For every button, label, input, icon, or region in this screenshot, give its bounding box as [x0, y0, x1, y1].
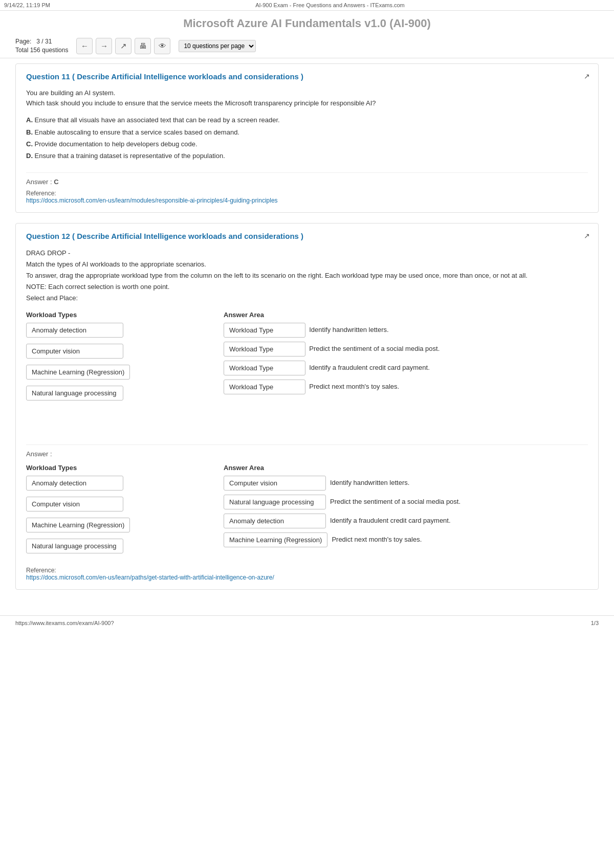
answer-area-filled-col: Answer Area Computer vision Identify han… [224, 464, 588, 557]
drag-drop-intro: DRAG DROP - Match the types of AI worklo… [26, 248, 588, 304]
answer-scenario-4: Predict next month's toy sales. [332, 532, 588, 546]
footer-page: 1/3 [591, 620, 599, 626]
answer-scenario-1: Identify handwritten letters. [330, 476, 588, 489]
top-bar-center: AI-900 Exam - Free Questions and Answers… [255, 2, 405, 8]
answer-type-1[interactable]: Workload Type [224, 323, 305, 338]
answer-filled-3: Anomaly detection [224, 514, 326, 528]
answer-row-1: Workload Type Identify handwritten lette… [224, 323, 588, 338]
footer-url[interactable]: https://www.itexams.com/exam/AI-900? [15, 620, 114, 626]
dd-line-5: Select and Place: [26, 293, 588, 304]
answer-row-4: Workload Type Predict next month's toy s… [224, 380, 588, 394]
workload-types-col: Workload Types Anomaly detection Compute… [26, 311, 208, 404]
next-button[interactable]: → [96, 38, 112, 54]
view-button[interactable]: 👁 [154, 38, 170, 54]
question-11-card: Question 11 ( Describe Artificial Intell… [15, 63, 599, 213]
dd-line-1: DRAG DROP - [26, 248, 588, 259]
answer-area-filled-header: Answer Area [224, 464, 588, 472]
site-title: Microsoft Azure AI Fundamentals v1.0 (AI… [0, 11, 614, 34]
question-11-title-text: Question 11 ( Describe Artificial Intell… [26, 72, 303, 81]
answer-type-4[interactable]: Workload Type [224, 380, 305, 394]
reference-11: Reference: https://docs.microsoft.com/en… [26, 190, 588, 204]
total-questions: Total 156 questions [15, 46, 68, 55]
question-11-options: A. Ensure that all visuals have an assoc… [26, 114, 588, 162]
wt-computer-vision[interactable]: Computer vision [26, 344, 123, 359]
question-11-body: You are building an AI system. Which tas… [26, 88, 588, 109]
answer-label-12: Answer : [26, 450, 588, 458]
answer-label-11: Answer : C [26, 178, 588, 186]
ans-wt-nlp: Natural language processing [26, 539, 123, 553]
dd-line-3: To answer, drag the appropriate workload… [26, 270, 588, 281]
reference-link-12[interactable]: https://docs.microsoft.com/en-us/learn/p… [26, 574, 274, 581]
top-bar-left: 9/14/22, 11:19 PM [4, 2, 50, 8]
prev-button[interactable]: ← [76, 38, 93, 54]
option-d: D. Ensure that a training dataset is rep… [26, 150, 588, 162]
answer-workload-types-header: Workload Types [26, 464, 208, 472]
per-page-select[interactable]: 10 questions per page 5 questions per pa… [179, 40, 256, 52]
answer-filled-4: Machine Learning (Regression) [224, 532, 327, 547]
answer-type-3[interactable]: Workload Type [224, 361, 305, 375]
wt-anomaly[interactable]: Anomaly detection [26, 323, 123, 338]
question-11-expand-icon[interactable]: ↗ [584, 72, 590, 80]
question-11-title: Question 11 ( Describe Artificial Intell… [26, 72, 588, 81]
reference-link-11[interactable]: https://docs.microsoft.com/en-us/learn/m… [26, 197, 278, 204]
answer-filled-row-3: Anomaly detection Identify a fraudulent … [224, 514, 588, 528]
answer-scenario-3: Identify a fraudulent credit card paymen… [330, 514, 588, 527]
answer-value-11: C [54, 178, 58, 186]
question-12-card: Question 12 ( Describe Artificial Intell… [15, 223, 599, 590]
scenario-3: Identify a fraudulent credit card paymen… [305, 361, 588, 374]
question-12-title: Question 12 ( Describe Artificial Intell… [26, 232, 588, 240]
ans-wt-ml-regression: Machine Learning (Regression) [26, 518, 130, 532]
reference-label-11: Reference: [26, 190, 588, 197]
page-number: Page: 3 / 31 [15, 37, 68, 46]
answer-filled-row-1: Computer vision Identify handwritten let… [224, 476, 588, 491]
footer: https://www.itexams.com/exam/AI-900? 1/3 [0, 615, 614, 630]
workload-types-header: Workload Types [26, 311, 208, 319]
reference-label-12: Reference: [26, 567, 588, 574]
question-11-answer: Answer : C Reference: https://docs.micro… [26, 172, 588, 204]
question-12-title-text: Question 12 ( Describe Artificial Intell… [26, 232, 303, 240]
option-c: C. Provide documentation to help develop… [26, 138, 588, 150]
ans-wt-computer-vision: Computer vision [26, 497, 123, 511]
answer-area-header: Answer Area [224, 311, 588, 319]
answer-workload-types-col: Workload Types Anomaly detection Compute… [26, 464, 208, 557]
question-12-expand-icon[interactable]: ↗ [584, 232, 590, 240]
answer-12-section: Workload Types Anomaly detection Compute… [26, 464, 588, 557]
spacer [26, 414, 588, 434]
option-a: A. Ensure that all visuals have an assoc… [26, 114, 588, 126]
question-12-drag-section: Workload Types Anomaly detection Compute… [26, 311, 588, 404]
wt-ml-regression[interactable]: Machine Learning (Regression) [26, 365, 130, 380]
expand-button[interactable]: ↗ [115, 38, 131, 54]
option-b: B. Enable autoscaling to ensure that a s… [26, 126, 588, 138]
answer-filled-2: Natural language processing [224, 495, 326, 509]
dd-line-2: Match the types of AI workloads to the a… [26, 259, 588, 270]
nav-bar: Page: 3 / 31 Total 156 questions ← → ↗ 🖶… [0, 34, 614, 58]
dd-line-4: NOTE: Each correct selection is worth on… [26, 281, 588, 293]
top-bar: 9/14/22, 11:19 PM AI-900 Exam - Free Que… [0, 0, 614, 11]
scenario-2: Predict the sentiment of a social media … [305, 342, 588, 355]
answer-type-2[interactable]: Workload Type [224, 342, 305, 357]
question-12-answer: Answer : Workload Types Anomaly detectio… [26, 444, 588, 581]
scenario-4: Predict next month's toy sales. [305, 380, 588, 393]
answer-filled-row-2: Natural language processing Predict the … [224, 495, 588, 509]
scenario-1: Identify handwritten letters. [305, 323, 588, 337]
answer-scenario-2: Predict the sentiment of a social media … [330, 495, 588, 508]
answer-area-col: Answer Area Workload Type Identify handw… [224, 311, 588, 404]
wt-nlp[interactable]: Natural language processing [26, 386, 123, 400]
ans-wt-anomaly: Anomaly detection [26, 476, 123, 491]
answer-filled-row-4: Machine Learning (Regression) Predict ne… [224, 532, 588, 547]
answer-row-2: Workload Type Predict the sentiment of a… [224, 342, 588, 357]
answer-row-3: Workload Type Identify a fraudulent cred… [224, 361, 588, 375]
reference-12: Reference: https://docs.microsoft.com/en… [26, 567, 588, 581]
page-info: Page: 3 / 31 Total 156 questions [15, 37, 68, 55]
main-content: Question 11 ( Describe Artificial Intell… [0, 58, 614, 616]
answer-filled-1: Computer vision [224, 476, 326, 491]
print-button[interactable]: 🖶 [135, 38, 151, 54]
